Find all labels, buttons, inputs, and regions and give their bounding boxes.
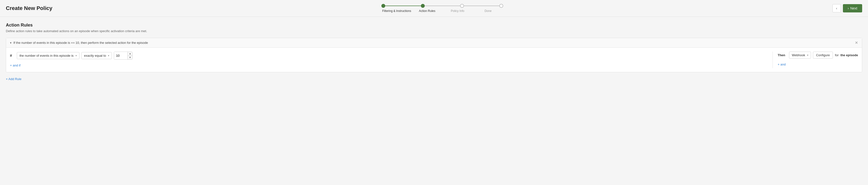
close-icon[interactable]: ✕ (855, 40, 858, 45)
stepper-labels: Filtering & Instructions Action Rules Po… (381, 9, 503, 13)
step-label-1: Filtering & Instructions (381, 9, 412, 13)
next-label: Next (850, 6, 857, 10)
nav-buttons: ‹ › Next (832, 4, 862, 12)
section-description: Define action rules to take automated ac… (6, 29, 862, 33)
value-input-container: ▲ ▼ (114, 51, 132, 60)
rule-header-text: If the number of events in this episode … (13, 41, 148, 44)
episode-text: the episode (840, 53, 858, 57)
rule-card: ▾ If the number of events in this episod… (6, 38, 862, 72)
if-row: If the number of events in this episode … (10, 51, 768, 60)
step-circle-3 (460, 4, 464, 8)
add-and-link[interactable]: + and (778, 62, 858, 67)
header: Create New Policy Filtering & Instructio… (0, 0, 868, 17)
for-text: for the episode (835, 53, 858, 57)
add-and-if-link[interactable]: + and if (10, 63, 768, 68)
step-label-2: Action Rules (412, 9, 442, 13)
step-circle-4 (499, 4, 503, 8)
page-title: Create New Policy (6, 5, 52, 11)
then-label: Then (778, 53, 785, 57)
rule-header-left: ▾ If the number of events in this episod… (10, 41, 148, 44)
step-label-4: Done (473, 9, 503, 13)
add-and-if-label: + and if (10, 64, 21, 67)
action-arrow-icon: ▾ (807, 54, 808, 57)
rule-body: If the number of events in this episode … (6, 48, 862, 72)
operator-value: exactly equal to (84, 54, 106, 58)
main-content: Action Rules Define action rules to take… (0, 17, 868, 88)
add-rule-link[interactable]: + Add Rule (6, 76, 862, 82)
step-circle-1 (381, 4, 385, 8)
condition-value: the number of events in this episode is (20, 54, 73, 58)
step-label-3: Policy Info (442, 9, 473, 13)
operator-arrow-icon: ▾ (108, 54, 109, 57)
action-value: Webhook (792, 53, 805, 57)
back-button[interactable]: ‹ (832, 4, 841, 12)
spin-up-button[interactable]: ▲ (128, 52, 132, 56)
step-circle-2 (421, 4, 425, 8)
step-line-2 (425, 6, 460, 6)
rule-if-section: If the number of events in this episode … (10, 51, 773, 68)
step-line-1 (385, 6, 421, 6)
configure-button[interactable]: Configure (813, 51, 833, 59)
spin-column: ▲ ▼ (127, 52, 132, 60)
spin-down-button[interactable]: ▼ (128, 56, 132, 60)
section-title: Action Rules (6, 23, 862, 28)
if-label: If (10, 54, 15, 58)
condition-arrow-icon: ▾ (75, 54, 77, 57)
next-icon: › (848, 6, 849, 10)
value-input[interactable] (114, 52, 127, 60)
add-rule-label: + Add Rule (6, 77, 22, 81)
operator-select[interactable]: exactly equal to ▾ (82, 52, 112, 59)
stepper-circles (381, 4, 503, 8)
next-button[interactable]: › Next (843, 4, 862, 12)
rule-then-section: Then Webhook ▾ Configure for the episode… (773, 51, 858, 68)
stepper: Filtering & Instructions Action Rules Po… (62, 4, 823, 13)
condition-select[interactable]: the number of events in this episode is … (17, 52, 80, 59)
action-select[interactable]: Webhook ▾ (789, 51, 811, 59)
chevron-down-icon[interactable]: ▾ (10, 41, 11, 44)
then-row: Then Webhook ▾ Configure for the episode (778, 51, 858, 59)
step-line-3 (464, 6, 499, 6)
add-and-label: + and (778, 63, 786, 66)
rule-card-header: ▾ If the number of events in this episod… (6, 38, 862, 48)
